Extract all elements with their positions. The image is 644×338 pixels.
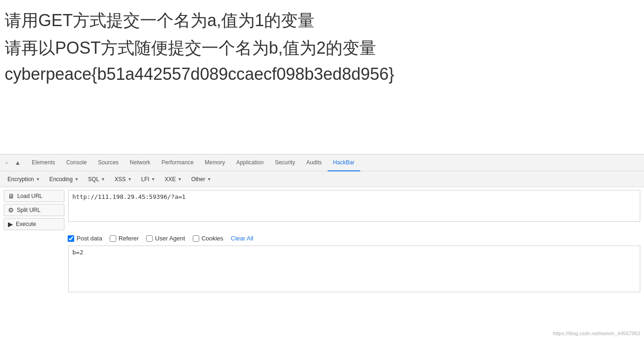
referer-label: Referer [119,235,139,242]
tab-network[interactable]: Network [124,155,156,171]
hackbar-content: 🖥 Load URL ⚙ Split URL ▶ Execute Post da… [0,187,644,338]
line3: cyberpeace{b51a442557d089ccaecf098b3ed8d… [5,64,639,84]
split-url-button[interactable]: ⚙ Split URL [4,204,64,216]
tab-hackbar[interactable]: HackBar [328,155,360,171]
post-data-input[interactable] [68,246,640,292]
post-data-checkbox-item[interactable]: Post data [68,235,102,242]
line2: 请再以POST方式随便提交一个名为b,值为2的变量 [5,37,639,60]
cookies-checkbox[interactable] [193,235,199,242]
sql-arrow: ▼ [101,177,105,182]
xss-arrow: ▼ [128,177,132,182]
load-url-icon: 🖥 [8,192,14,200]
encryption-label: Encryption [7,176,34,183]
devtools-panel: ▫ ▲ Elements Console Sources Network Per… [0,154,644,338]
lfi-arrow: ▼ [151,177,155,182]
split-url-icon: ⚙ [8,206,14,214]
xxe-label: XXE [165,176,176,183]
sql-dropdown[interactable]: SQL ▼ [84,175,109,184]
xss-label: XSS [115,176,126,183]
cookies-label: Cookies [202,235,224,242]
side-buttons: 🖥 Load URL ⚙ Split URL ▶ Execute [4,190,64,230]
tab-performance[interactable]: Performance [156,155,199,171]
tab-elements[interactable]: Elements [26,155,61,171]
user-agent-checkbox[interactable] [146,235,153,242]
encryption-dropdown[interactable]: Encryption ▼ [4,175,44,184]
load-url-label: Load URL [17,193,42,199]
devtools-icons: ▫ ▲ [2,158,22,168]
execute-button[interactable]: ▶ Execute [4,218,64,230]
url-row: 🖥 Load URL ⚙ Split URL ▶ Execute [0,187,644,233]
xxe-arrow: ▼ [178,177,182,182]
tab-memory[interactable]: Memory [199,155,231,171]
split-url-label: Split URL [17,207,41,213]
tab-security[interactable]: Security [269,155,301,171]
lfi-label: LFI [141,176,149,183]
main-content: 请用GET方式提交一个名为a,值为1的变量 请再以POST方式随便提交一个名为b… [0,0,644,154]
encryption-arrow: ▼ [36,177,40,182]
encoding-label: Encoding [49,176,73,183]
post-data-checkbox[interactable] [68,235,74,242]
user-agent-label: User Agent [155,235,185,242]
execute-label: Execute [16,221,36,227]
sql-label: SQL [88,176,99,183]
tab-audits[interactable]: Audits [301,155,327,171]
url-input[interactable] [68,190,640,222]
execute-icon: ▶ [8,220,13,228]
post-data-spacer [4,246,64,292]
watermark: https://blog.csdn.net/weixin_44567962 [553,331,640,336]
load-url-button[interactable]: 🖥 Load URL [4,190,64,202]
cookies-checkbox-item[interactable]: Cookies [193,235,224,242]
other-arrow: ▼ [207,177,211,182]
xss-dropdown[interactable]: XSS ▼ [111,175,136,184]
tab-console[interactable]: Console [61,155,92,171]
tab-sources[interactable]: Sources [92,155,124,171]
tabs-row: ▫ ▲ Elements Console Sources Network Per… [0,155,644,171]
referer-checkbox-item[interactable]: Referer [110,235,139,242]
tab-application[interactable]: Application [231,155,269,171]
line1: 请用GET方式提交一个名为a,值为1的变量 [5,9,639,32]
device-icon[interactable]: ▲ [13,158,22,168]
clear-all-button[interactable]: Clear All [231,235,253,242]
lfi-dropdown[interactable]: LFI ▼ [137,175,159,184]
user-agent-checkbox-item[interactable]: User Agent [146,235,185,242]
other-label: Other [191,176,205,183]
post-data-label: Post data [77,235,102,242]
toolbar-row: Encryption ▼ Encoding ▼ SQL ▼ XSS ▼ LFI … [0,171,644,187]
encoding-dropdown[interactable]: Encoding ▼ [46,175,83,184]
other-dropdown[interactable]: Other ▼ [188,175,215,184]
checkboxes-row: Post data Referer User Agent Cookies Cle… [0,233,644,244]
referer-checkbox[interactable] [110,235,116,242]
encoding-arrow: ▼ [75,177,79,182]
post-data-row [0,244,644,294]
xxe-dropdown[interactable]: XXE ▼ [161,175,186,184]
inspect-icon[interactable]: ▫ [2,158,11,168]
